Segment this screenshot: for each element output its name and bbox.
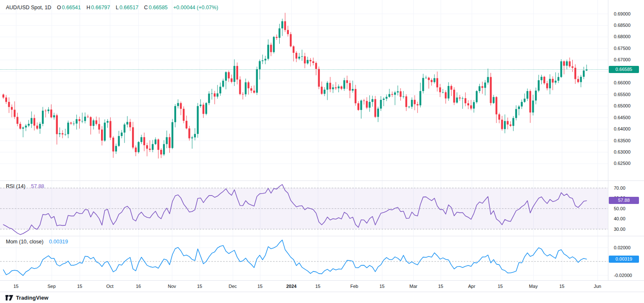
momentum-label[interactable]: Mom (10, close) — [6, 239, 44, 245]
footer-bar: TradingView — [0, 292, 644, 303]
time-axis-label: 15 — [251, 284, 269, 289]
price-scale-divider — [608, 0, 608, 281]
rsi-axis-label: 70.00 — [614, 185, 626, 191]
price-axis-label: 0.64000 — [614, 126, 631, 131]
price-axis-label: 0.69000 — [614, 11, 631, 16]
momentum-value: 0.00319 — [49, 239, 68, 245]
time-axis-label: Mar — [404, 284, 423, 289]
momentum-legend[interactable]: Mom (10, close) 0.00319 — [6, 239, 69, 245]
low-value: 0.66517 — [119, 5, 138, 10]
price-axis-label: 0.68000 — [614, 34, 631, 39]
price-axis-label: 0.63500 — [614, 138, 631, 143]
time-axis-label: 15 — [553, 284, 571, 289]
rsi-axis-label: 30.00 — [614, 227, 626, 232]
time-axis-label: 15 — [7, 284, 25, 289]
rsi-value-badge: 57.88 — [609, 197, 639, 204]
open-value: 0.66541 — [62, 5, 81, 10]
time-axis-label: 15 — [309, 284, 327, 289]
time-axis-label: Sep — [42, 284, 61, 289]
time-axis-label: 15 — [431, 284, 450, 289]
rsi-value: 57.88 — [31, 183, 44, 189]
price-axis-label: 0.67500 — [614, 46, 631, 51]
price-axis-label: 0.68500 — [614, 23, 631, 28]
tradingview-logo-text: TradingView — [16, 295, 48, 301]
open-label: O — [57, 5, 61, 10]
rsi-axis-label: 50.00 — [614, 206, 626, 211]
symbol-legend[interactable]: AUD/USD Spot, 1D O0.66541 H0.66797 L0.66… — [6, 5, 219, 10]
momentum-pane[interactable] — [0, 236, 608, 280]
time-axis-label: Feb — [345, 284, 364, 289]
low-label: L — [116, 5, 119, 10]
symbol-title[interactable]: AUD/USD Spot, 1D — [6, 5, 51, 10]
rsi-pane[interactable] — [0, 181, 608, 236]
pane-divider[interactable] — [0, 180, 644, 181]
time-axis-label: Dec — [223, 284, 242, 289]
rsi-label[interactable]: RSI (14) — [6, 183, 26, 189]
price-axis-label: 0.65000 — [614, 103, 631, 108]
tradingview-chart: AUD/USD Spot, 1D O0.66541 H0.66797 L0.66… — [0, 0, 644, 303]
momentum-axis-label: -0.02000 — [614, 273, 632, 278]
price-axis-label: 0.63000 — [614, 149, 631, 154]
time-axis-label: 16 — [129, 284, 148, 289]
time-axis-label: May — [524, 284, 543, 289]
time-axis-label: 15 — [491, 284, 509, 289]
pane-divider[interactable] — [0, 236, 644, 236]
price-pane[interactable] — [0, 0, 608, 180]
time-axis-label: 15 — [70, 284, 89, 289]
rsi-legend[interactable]: RSI (14) 57.88 — [6, 183, 45, 189]
momentum-value-badge: 0.00319 — [609, 256, 639, 263]
high-value: 0.66797 — [91, 5, 110, 10]
time-axis-label: 15 — [373, 284, 391, 289]
time-axis-label: Apr — [462, 284, 481, 289]
change-value: +0.00044 (+0.07%) — [173, 5, 218, 10]
momentum-axis-label: 0.02000 — [614, 245, 631, 250]
price-axis-label: 0.62500 — [614, 161, 631, 166]
price-axis-label: 0.67000 — [614, 57, 631, 62]
time-axis-label: Nov — [163, 284, 181, 289]
price-axis-label: 0.64500 — [614, 115, 631, 120]
close-value: 0.66585 — [149, 5, 168, 10]
rsi-axis-label: 40.00 — [614, 216, 626, 221]
price-axis-label: 0.66000 — [614, 80, 631, 85]
time-axis-label: 2024 — [282, 284, 301, 289]
time-axis-label: 15 — [190, 284, 209, 289]
high-label: H — [86, 5, 90, 10]
time-axis-label: Jun — [588, 284, 607, 289]
price-axis-label: 0.65500 — [614, 92, 631, 97]
time-axis-divider — [0, 280, 644, 281]
last-price-badge: 0.66585 — [609, 66, 639, 73]
time-axis-label: Oct — [101, 284, 119, 289]
close-label: C — [144, 5, 148, 10]
tradingview-logo[interactable]: TradingView — [5, 295, 48, 301]
tradingview-logo-icon — [5, 295, 13, 301]
